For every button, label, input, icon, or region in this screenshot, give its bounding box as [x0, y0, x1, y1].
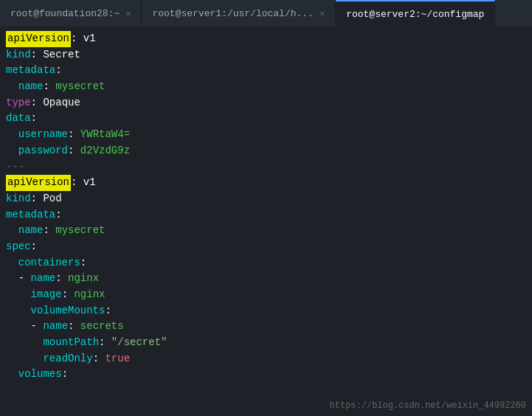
line-metadata-1: metadata:: [6, 63, 526, 79]
line-username: username: YWRtaW4=: [6, 127, 526, 143]
line-spec: spec:: [6, 239, 526, 255]
line-name-mysecret-2: name: mysecret: [6, 223, 526, 239]
line-containers: containers:: [6, 255, 526, 271]
line-apiversion-1: apiVersion: v1: [6, 31, 526, 47]
line-name-mysecret-1: name: mysecret: [6, 79, 526, 95]
line-mountpath: mountPath: "/secret": [6, 335, 526, 351]
tab-label: root@foundation28:~: [10, 8, 120, 19]
line-apiversion-2: apiVersion: v1: [6, 175, 526, 191]
line-mount-name: - name: secrets: [6, 319, 526, 335]
line-volumes: volumes:: [6, 367, 526, 383]
line-volumemounts: volumeMounts:: [6, 303, 526, 319]
line-container-name: - name: nginx: [6, 271, 526, 287]
line-kind-secret: kind: Secret: [6, 47, 526, 63]
tab-foundation28[interactable]: root@foundation28:~ ✕: [0, 0, 142, 27]
footer-url: https://blog.csdn.net/weixin_44992260: [324, 396, 532, 416]
close-icon[interactable]: ✕: [125, 8, 131, 19]
terminal-content: apiVersion: v1 kind: Secret metadata: na…: [0, 27, 532, 416]
close-icon[interactable]: ✕: [319, 8, 325, 19]
apiversion-keyword-2: apiVersion: [6, 175, 71, 191]
tab-bar: root@foundation28:~ ✕ root@server1:/usr/…: [0, 0, 532, 27]
line-type: type: Opaque: [6, 95, 526, 111]
line-image: image: nginx: [6, 287, 526, 303]
line-separator: ---: [6, 159, 526, 176]
tab-label: root@server1:/usr/local/h...: [152, 8, 313, 19]
line-password: password: d2VzdG9z: [6, 143, 526, 159]
line-readonly: readOnly: true: [6, 351, 526, 367]
tab-server1[interactable]: root@server1:/usr/local/h... ✕: [142, 0, 336, 27]
line-metadata-2: metadata:: [6, 207, 526, 223]
tab-server2[interactable]: root@server2:~/configmap: [336, 0, 495, 27]
line-kind-pod: kind: Pod: [6, 191, 526, 207]
tab-label: root@server2:~/configmap: [346, 9, 484, 20]
apiversion-keyword: apiVersion: [6, 31, 71, 47]
line-data: data:: [6, 111, 526, 127]
